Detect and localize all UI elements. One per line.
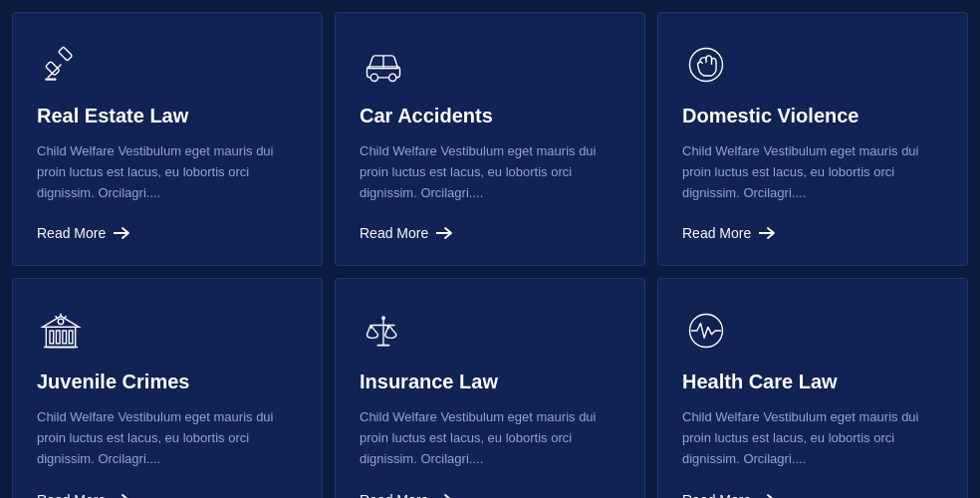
svg-rect-18 [69,331,73,344]
svg-rect-2 [46,62,60,76]
card-title: Health Care Law [682,371,943,393]
read-more-button[interactable]: Read More [360,225,620,241]
arrow-right-icon [759,226,777,240]
cards-grid: Real Estate Law Child Welfare Vestibulum… [12,12,968,498]
read-more-button[interactable]: Read More [682,225,943,241]
svg-marker-14 [43,317,80,328]
card-car-accidents: Car Accidents Child Welfare Vestibulum e… [335,12,645,266]
arrow-right-icon [436,226,454,240]
arrow-right-icon [114,226,131,240]
scales-icon [360,307,407,355]
building-icon [37,307,85,355]
svg-line-22 [65,317,67,319]
card-title: Real Estate Law [37,105,298,127]
hand-icon [682,41,730,89]
card-description: Child Welfare Vestibulum eget mauris dui… [682,407,943,469]
card-insurance-law: Insurance Law Child Welfare Vestibulum e… [335,278,645,498]
read-more-button[interactable]: Read More [682,492,943,498]
svg-line-23 [56,317,58,319]
svg-rect-1 [58,47,72,61]
card-title: Juvenile Crimes [37,371,298,393]
svg-point-6 [370,74,377,81]
svg-rect-16 [56,331,60,344]
gavel-icon [37,41,85,89]
card-health-care-law: Health Care Law Child Welfare Vestibulum… [657,278,968,498]
read-more-button[interactable]: Read More [360,492,620,498]
svg-rect-17 [63,331,67,344]
card-title: Insurance Law [360,371,620,393]
read-more-button[interactable]: Read More [37,225,298,241]
svg-point-30 [381,317,385,321]
card-real-estate-law: Real Estate Law Child Welfare Vestibulum… [12,12,323,266]
card-title: Domestic Violence [682,105,943,127]
car-icon [360,41,407,89]
arrow-right-icon [759,493,777,498]
heartbeat-icon [682,307,730,355]
card-juvenile-crimes: Juvenile Crimes Child Welfare Vestibulum… [12,278,323,498]
card-description: Child Welfare Vestibulum eget mauris dui… [37,141,298,203]
svg-point-20 [58,319,64,325]
card-title: Car Accidents [360,105,620,127]
card-description: Child Welfare Vestibulum eget mauris dui… [360,407,620,469]
svg-point-7 [389,74,396,81]
arrow-right-icon [436,493,454,498]
read-more-button[interactable]: Read More [37,492,298,498]
card-description: Child Welfare Vestibulum eget mauris dui… [37,407,298,469]
arrow-right-icon [114,493,131,498]
svg-rect-15 [50,331,54,344]
card-description: Child Welfare Vestibulum eget mauris dui… [682,141,943,203]
card-description: Child Welfare Vestibulum eget mauris dui… [360,141,620,203]
card-domestic-violence: Domestic Violence Child Welfare Vestibul… [657,12,968,266]
